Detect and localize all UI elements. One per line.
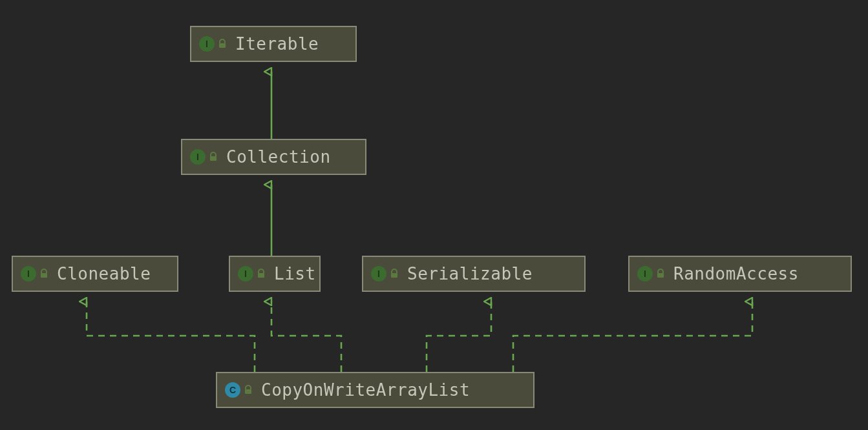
lock-icon: [217, 39, 228, 49]
svg-rect-4: [391, 273, 397, 278]
interface-badge-icon: I: [199, 36, 215, 52]
svg-rect-6: [245, 389, 251, 394]
interface-badge-icon: I: [238, 266, 253, 282]
interface-badge-icon: I: [371, 266, 386, 282]
lock-icon: [243, 385, 253, 395]
lock-icon: [208, 152, 218, 162]
node-list[interactable]: I List: [229, 256, 321, 292]
node-label: CopyOnWriteArrayList: [261, 380, 470, 400]
lock-icon: [39, 269, 49, 279]
node-iterable[interactable]: I Iterable: [190, 26, 357, 62]
class-badge-icon: C: [225, 382, 240, 398]
svg-rect-0: [219, 43, 226, 48]
node-label: RandomAccess: [673, 264, 799, 283]
svg-rect-5: [657, 273, 664, 278]
edge-cow-cloneable: [87, 302, 255, 372]
edge-cow-list: [271, 302, 341, 372]
node-serializable[interactable]: I Serializable: [362, 256, 586, 292]
svg-rect-2: [41, 273, 47, 278]
node-label: Collection: [226, 147, 331, 167]
node-label: Iterable: [235, 34, 319, 54]
svg-rect-3: [258, 273, 264, 278]
node-cloneable[interactable]: I Cloneable: [12, 256, 178, 292]
node-copyonwritearraylist[interactable]: C CopyOnWriteArrayList: [216, 372, 535, 408]
interface-badge-icon: I: [190, 149, 206, 165]
node-randomaccess[interactable]: I RandomAccess: [628, 256, 852, 292]
edge-cow-randomaccess: [513, 302, 752, 372]
edges-layer: [0, 0, 868, 430]
lock-icon: [389, 269, 399, 279]
node-label: Serializable: [407, 264, 533, 283]
lock-icon: [655, 269, 666, 279]
interface-badge-icon: I: [21, 266, 36, 282]
node-label: List: [274, 264, 316, 283]
lock-icon: [256, 269, 266, 279]
interface-badge-icon: I: [637, 266, 653, 282]
node-label: Cloneable: [57, 264, 151, 283]
node-collection[interactable]: I Collection: [181, 139, 366, 175]
diagram-canvas: I Iterable I Collection I Cloneable I Li…: [0, 0, 868, 430]
svg-rect-1: [210, 156, 217, 161]
edge-cow-serializable: [427, 302, 491, 372]
